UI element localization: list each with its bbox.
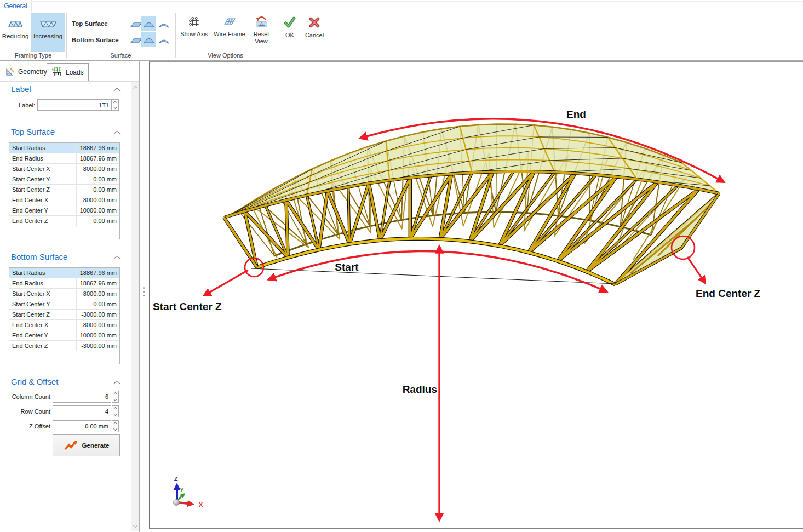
property-label: Start Radius <box>9 268 77 278</box>
group-separator <box>276 13 276 58</box>
property-label: Start Center Z <box>9 185 77 195</box>
ribbon-tab-general[interactable]: General <box>0 0 32 12</box>
property-value[interactable]: 8000.00 mm <box>77 165 119 172</box>
property-value[interactable]: -3000.00 mm <box>77 342 119 349</box>
start-annotation-label: Start <box>335 261 359 273</box>
property-label: End Center X <box>9 320 77 330</box>
property-value[interactable]: 8000.00 mm <box>77 197 119 203</box>
collapse-chevron-grid-offset[interactable] <box>113 380 121 387</box>
end-center-z-annotation-label: End Center Z <box>696 288 761 299</box>
top-surface-row-label: Top Surface <box>72 20 108 27</box>
table-row[interactable]: Start Radius18867.96 mm <box>9 143 119 153</box>
z-axis-label: Z <box>174 476 178 482</box>
z-offset-input[interactable] <box>53 420 111 432</box>
top-surface-curved-button[interactable] <box>141 16 156 31</box>
table-row[interactable]: Start Radius18867.96 mm <box>9 268 119 278</box>
start-center-z-arrow <box>204 270 248 295</box>
column-count-input[interactable] <box>53 391 111 403</box>
row-count-input[interactable] <box>53 405 111 417</box>
top-surface-dome-button[interactable] <box>157 20 170 28</box>
panel-scrollbar[interactable] <box>131 82 139 531</box>
bottom-surface-row-label: Bottom Surface <box>72 37 119 43</box>
scroll-down-icon[interactable] <box>133 523 137 528</box>
table-row[interactable]: End Center Y10000.00 mm <box>9 205 119 216</box>
property-label: End Radius <box>9 153 77 163</box>
spinner-down-icon[interactable] <box>113 427 117 431</box>
spinner-down-icon[interactable] <box>113 397 117 401</box>
property-value[interactable]: 0.00 mm <box>77 301 119 307</box>
span-chord-line <box>251 268 616 284</box>
property-value[interactable]: 0.00 mm <box>77 176 119 182</box>
property-value[interactable]: 8000.00 mm <box>77 322 119 328</box>
table-row[interactable]: Start Center Z-3000.00 mm <box>9 310 119 320</box>
spinner-up-icon[interactable] <box>113 392 117 396</box>
property-label: End Center X <box>9 195 77 205</box>
row-count-label: Row Count <box>0 408 50 415</box>
label-field-caption: Label: <box>0 102 35 108</box>
scroll-up-icon[interactable] <box>133 86 137 90</box>
property-value[interactable]: -3000.00 mm <box>77 311 119 318</box>
bottom-surface-curved-button[interactable] <box>141 32 156 47</box>
geometry-side-panel: Geometry Loads Label Label: Top Surface … <box>0 61 140 532</box>
table-row[interactable]: End Center Y10000.00 mm <box>9 330 119 341</box>
tab-strip-divider <box>0 81 139 82</box>
cancel-button[interactable]: Cancel <box>302 13 327 54</box>
generate-button[interactable]: Generate <box>53 434 120 456</box>
table-row[interactable]: Start Center Z0.00 mm <box>9 185 119 195</box>
property-value[interactable]: 0.00 mm <box>77 186 119 193</box>
tab-loads[interactable]: Loads <box>47 63 89 81</box>
table-row[interactable]: End Center X8000.00 mm <box>9 195 119 205</box>
table-row[interactable]: End Center X8000.00 mm <box>9 320 119 330</box>
collapse-chevron-label[interactable] <box>113 88 121 95</box>
table-row[interactable]: Start Center X8000.00 mm <box>9 289 119 299</box>
panel-splitter[interactable] <box>140 61 149 532</box>
property-value[interactable]: 8000.00 mm <box>77 290 119 297</box>
spinner-up-icon[interactable] <box>113 422 117 426</box>
bottom-surface-dome-button[interactable] <box>157 36 170 44</box>
property-value[interactable]: 10000.00 mm <box>77 207 119 214</box>
group-caption-framing-type: Framing Type <box>0 52 66 60</box>
increasing-button[interactable]: Increasing <box>31 13 65 52</box>
property-value[interactable]: 18867.96 mm <box>77 145 119 151</box>
table-row[interactable]: End Radius18867.96 mm <box>9 153 119 164</box>
table-row[interactable]: Start Center X8000.00 mm <box>9 164 119 174</box>
table-row[interactable]: Start Center Y0.00 mm <box>9 299 119 310</box>
collapse-chevron-top-surface[interactable] <box>113 130 121 138</box>
property-value[interactable]: 18867.96 mm <box>77 270 119 276</box>
wire-frame-button[interactable]: Wire Frame <box>213 13 246 54</box>
loads-icon <box>51 67 62 77</box>
label-input[interactable] <box>37 99 112 111</box>
show-axis-button[interactable]: Show Axis <box>179 13 209 54</box>
axis-origin-sphere <box>174 500 180 506</box>
z-offset-label: Z Offset <box>0 423 50 430</box>
spinner-down-icon[interactable] <box>113 412 117 416</box>
reducing-label: Reducing <box>2 33 29 39</box>
wire-frame-label: Wire Frame <box>214 31 245 38</box>
property-value[interactable]: 0.00 mm <box>77 218 119 224</box>
tab-geometry[interactable]: Geometry <box>1 64 51 80</box>
property-value[interactable]: 10000.00 mm <box>77 332 119 339</box>
table-row[interactable]: End Center Z-3000.00 mm <box>9 341 119 351</box>
ok-button[interactable]: OK <box>277 13 302 54</box>
axis-triad: Z Y X <box>174 476 204 508</box>
3d-view[interactable]: End Start Start Center Z End Center Z Ra… <box>150 62 803 529</box>
row-count-spinner[interactable] <box>112 405 119 417</box>
y-axis-label: Y <box>180 487 184 493</box>
property-value[interactable]: 18867.96 mm <box>77 155 119 162</box>
reset-view-button[interactable]: Reset View <box>248 13 275 54</box>
column-count-spinner[interactable] <box>112 391 119 403</box>
spinner-down-icon[interactable] <box>113 105 117 109</box>
spinner-up-icon[interactable] <box>113 407 117 411</box>
collapse-chevron-bottom-surface[interactable] <box>113 255 121 262</box>
property-label: Start Center X <box>9 164 77 174</box>
property-value[interactable]: 18867.96 mm <box>77 280 119 287</box>
reducing-button[interactable]: Reducing <box>2 13 29 52</box>
table-row[interactable]: End Center Z0.00 mm <box>9 216 119 226</box>
z-offset-spinner[interactable] <box>112 420 119 432</box>
table-row[interactable]: End Radius18867.96 mm <box>9 278 119 289</box>
table-row[interactable]: Start Center Y0.00 mm <box>9 174 119 185</box>
label-spinner[interactable] <box>112 99 119 111</box>
spinner-up-icon[interactable] <box>113 101 117 105</box>
section-title-grid-offset: Grid & Offset <box>11 377 58 386</box>
property-label: End Center Y <box>9 330 77 340</box>
